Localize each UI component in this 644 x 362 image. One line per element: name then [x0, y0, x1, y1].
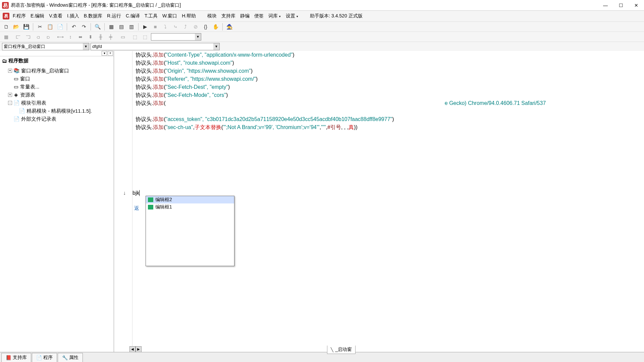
maximize-button[interactable]: ☐	[613, 0, 629, 11]
code-line[interactable]: 协议头.添加 ("access_token", "c3b0171dc3a20d2…	[136, 115, 644, 123]
node-label: 常量表...	[20, 83, 40, 91]
undo-icon[interactable]: ↶	[70, 23, 78, 31]
node-icon: 📚	[13, 67, 20, 75]
tab-prev-icon[interactable]: ╲	[331, 347, 333, 352]
code-line[interactable]: 协议头.添加 ("Content-Type", "application/x-w…	[136, 51, 644, 59]
new-icon[interactable]: 🗋	[2, 23, 10, 31]
tree-node[interactable]: +📚窗口程序集_启动窗口	[3, 67, 111, 75]
sidebar-close-icon[interactable]: ×	[108, 51, 113, 56]
tree-node[interactable]: -📄模块引用表	[3, 99, 111, 107]
field-icon	[148, 205, 153, 209]
program-tree: +📚窗口程序集_启动窗口▭窗口▭常量表...+◈资源表-📄模块引用表📄精易模块 …	[0, 65, 114, 124]
menu-compile[interactable]: C.编译	[126, 13, 140, 19]
menu-support[interactable]: 支持库	[221, 13, 235, 19]
code-line[interactable]: 协议头.添加 ("Sec-Fetch-Dest", "empty")	[136, 83, 644, 91]
window-title: 易语言-加密狗版 - Windows窗口程序 - [程序集: 窗口程序集_启动窗…	[11, 2, 181, 8]
menu-program[interactable]: F.程序	[13, 13, 26, 19]
grid-icon[interactable]: ▦	[2, 33, 10, 41]
menu-database[interactable]: B.数据库	[84, 13, 102, 19]
return-label: 返	[134, 205, 139, 212]
tree-node[interactable]: ▭常量表...	[3, 83, 111, 91]
node-icon: 📄	[13, 99, 20, 107]
tree-node[interactable]: 📄外部文件记录表	[3, 115, 111, 123]
scope-combo[interactable]: 窗口程序集_启动窗口▼	[2, 43, 89, 50]
braces-icon[interactable]: {}	[202, 23, 210, 31]
menu-module[interactable]: 模块	[207, 13, 217, 19]
code-line[interactable]: 协议头.添加 ("Host", "route.showapi.com")	[136, 59, 644, 67]
ac-item[interactable]: 编辑框1	[146, 203, 234, 211]
sidebar-pin-icon[interactable]: ▾	[102, 51, 107, 56]
code-line[interactable]: 协议头.添加 (xxxxxxxxxxxxxxxxxxxxxxxxxxxxxxxx…	[136, 99, 644, 107]
stop-icon[interactable]: ■	[151, 23, 159, 31]
main-area: ▾× 🗂 程序数据 +📚窗口程序集_启动窗口▭窗口▭常量表...+◈资源表-📄模…	[0, 51, 644, 352]
group-icon: ▭	[119, 33, 127, 41]
align-l-icon: ⫍	[14, 33, 22, 41]
version-label: 助手版本: 3.4.520 正式版	[310, 13, 362, 19]
scroll-left-icon[interactable]: ◀	[129, 346, 136, 352]
node-icon: 📄	[13, 115, 20, 123]
code-line[interactable]: 协议头.添加 ("sec-ch-ua", 子文本替换 ("';Not A Bra…	[136, 123, 644, 131]
tree-node[interactable]: 📄精易模块 - 精易模块[v11.1.5].	[3, 107, 111, 115]
design-combo[interactable]: ▼	[151, 33, 201, 41]
autocomplete-popup: 编辑框2 编辑框1	[146, 196, 234, 266]
menu-tools[interactable]: T.工具	[145, 13, 158, 19]
code-line[interactable]: 协议头.添加 ("Origin", "https://www.showapi.c…	[136, 67, 644, 75]
center-v-icon: ╪	[107, 33, 115, 41]
menu-static[interactable]: 静编	[240, 13, 250, 19]
step-out-icon[interactable]: ⤴	[181, 23, 190, 31]
menu-help[interactable]: H.帮助	[182, 13, 196, 19]
input-text[interactable]: bjk	[132, 190, 139, 196]
layout2-icon[interactable]: ▤	[117, 23, 125, 31]
expand-icon[interactable]: +	[8, 69, 12, 73]
copy-icon[interactable]: 📋	[46, 23, 54, 31]
tab-props[interactable]: 🔧属性	[58, 353, 83, 362]
same-w-icon: ⬌	[76, 33, 85, 41]
menu-app-icon: 易	[3, 13, 9, 19]
tree-node[interactable]: ▭窗口	[3, 75, 111, 83]
menu-edit[interactable]: E.编辑	[31, 13, 44, 19]
editor-hscroll[interactable]: ◀ ▶	[129, 346, 142, 352]
sidebar: ▾× 🗂 程序数据 +📚窗口程序集_启动窗口▭窗口▭常量表...+◈资源表-📄模…	[0, 51, 114, 352]
ac-item[interactable]: 编辑框2	[146, 196, 234, 203]
menu-view[interactable]: V.查看	[49, 13, 62, 19]
back-icon: ⬚	[141, 33, 149, 41]
tab-program[interactable]: 📄程序	[32, 353, 57, 362]
tab-support[interactable]: 📕支持库	[1, 353, 31, 362]
code-line[interactable]: 协议头.添加 ("Sec-Fetch-Mode", "cors")	[136, 91, 644, 99]
minimize-button[interactable]: —	[598, 0, 613, 11]
menu-dict[interactable]: 词库	[268, 13, 281, 19]
open-icon[interactable]: 📂	[12, 23, 20, 31]
menu-note[interactable]: 便签	[254, 13, 264, 19]
titlebar: 易 易语言-加密狗版 - Windows窗口程序 - [程序集: 窗口程序集_启…	[0, 0, 644, 11]
break-icon[interactable]: ⊘	[192, 23, 200, 31]
menu-window[interactable]: W.窗口	[162, 13, 177, 19]
code-editor[interactable]: 协议头.添加 ("Content-Type", "application/x-w…	[114, 51, 644, 352]
layout1-icon[interactable]: ▦	[107, 23, 115, 31]
tree-header: 🗂 程序数据	[0, 56, 114, 65]
close-button[interactable]: ✕	[629, 0, 644, 11]
code-line[interactable]: 协议头.添加 ("Referer", "https://www.showapi.…	[136, 75, 644, 83]
expand-icon[interactable]: -	[8, 101, 12, 105]
tree-node[interactable]: +◈资源表	[3, 91, 111, 99]
scroll-right-icon[interactable]: ▶	[136, 346, 142, 352]
node-label: 外部文件记录表	[21, 115, 56, 123]
paste-icon[interactable]: 📄	[56, 23, 64, 31]
cut-icon[interactable]: ✂	[36, 23, 44, 31]
run-icon[interactable]: ▶	[141, 23, 149, 31]
menu-run[interactable]: R.运行	[107, 13, 121, 19]
step-over-icon[interactable]: ⤵	[161, 23, 169, 31]
layout3-icon[interactable]: ▥	[127, 23, 136, 31]
expand-icon[interactable]: +	[8, 93, 12, 97]
menu-insert[interactable]: I.插入	[67, 13, 79, 19]
hand-icon[interactable]: ✋	[212, 23, 220, 31]
member-combo[interactable]: dfgfd▼	[91, 43, 220, 50]
find-icon[interactable]: 🔍	[94, 23, 102, 31]
redo-icon[interactable]: ↷	[80, 23, 88, 31]
wizard-icon[interactable]: 🧙	[225, 23, 233, 31]
node-icon: ◈	[13, 91, 19, 99]
menu-settings[interactable]: 设置	[286, 13, 299, 19]
step-into-icon[interactable]: ⤷	[171, 23, 179, 31]
node-label: 精易模块 - 精易模块[v11.1.5].	[26, 107, 92, 115]
editor-tab[interactable]: ╲ _启动窗	[327, 346, 356, 354]
save-icon[interactable]: 💾	[22, 23, 30, 31]
